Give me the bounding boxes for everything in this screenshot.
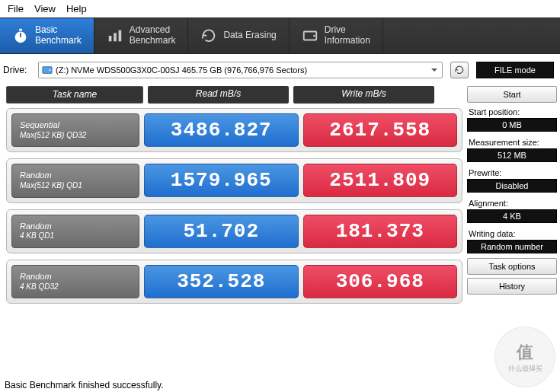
task-title: Random bbox=[20, 171, 131, 181]
watermark-big: 值 bbox=[517, 341, 533, 364]
writing-data-label: Writing data: bbox=[467, 228, 557, 240]
read-value: 1579.965 bbox=[144, 164, 299, 197]
tab-data-erasing[interactable]: Data Erasing bbox=[188, 18, 289, 53]
svg-point-8 bbox=[49, 69, 50, 71]
task-cell[interactable]: Random4 KB QD32 bbox=[11, 265, 139, 298]
tab-advanced-benchmark-label: AdvancedBenchmark bbox=[130, 25, 176, 46]
erase-icon bbox=[200, 27, 217, 44]
write-value: 2617.558 bbox=[303, 113, 458, 147]
write-value: 2511.809 bbox=[303, 164, 458, 197]
bars-icon bbox=[107, 27, 123, 44]
task-cell[interactable]: RandomMax(512 KB) QD1 bbox=[11, 164, 139, 197]
task-subtitle: 4 KB QD1 bbox=[20, 231, 131, 241]
read-value: 51.702 bbox=[144, 215, 299, 248]
prewrite-value[interactable]: Disabled bbox=[467, 179, 557, 193]
read-value: 352.528 bbox=[144, 265, 299, 298]
task-title: Random bbox=[20, 221, 131, 232]
menu-help[interactable]: Help bbox=[66, 3, 87, 14]
menu-view[interactable]: View bbox=[34, 3, 56, 14]
stopwatch-icon bbox=[12, 27, 29, 44]
svg-rect-3 bbox=[114, 33, 117, 41]
tab-basic-benchmark[interactable]: BasicBenchmark bbox=[0, 18, 94, 53]
drive-selected-text: (Z:) NVMe WDS500G3X0C-00SJ 465.75 GB (97… bbox=[56, 65, 307, 75]
alignment-label: Alignment: bbox=[467, 197, 557, 209]
measurement-size-label: Measurement size: bbox=[467, 136, 557, 148]
task-options-button[interactable]: Task options bbox=[467, 258, 557, 275]
benchmark-row: Random4 KB QD32352.528306.968 bbox=[6, 260, 462, 304]
header-read: Read mB/s bbox=[148, 86, 289, 104]
task-title: Sequential bbox=[20, 120, 131, 131]
task-cell[interactable]: SequentialMax(512 KB) QD32 bbox=[11, 113, 139, 147]
start-position-label: Start position: bbox=[467, 106, 557, 118]
drive-label: Drive: bbox=[3, 65, 30, 75]
history-button[interactable]: History bbox=[467, 278, 557, 295]
svg-rect-2 bbox=[108, 36, 111, 41]
drive-select[interactable]: (Z:) NVMe WDS500G3X0C-00SJ 465.75 GB (97… bbox=[38, 62, 443, 78]
watermark-small: 什么值得买 bbox=[508, 364, 542, 374]
tab-basic-benchmark-label: BasicBenchmark bbox=[35, 25, 82, 46]
watermark: 值 什么值得买 bbox=[494, 327, 555, 387]
header-task-name: Task name bbox=[6, 86, 143, 104]
disk-icon bbox=[42, 65, 53, 75]
tab-drive-information-label: DriveInformation bbox=[325, 25, 370, 46]
tab-drive-information[interactable]: DriveInformation bbox=[290, 18, 383, 53]
benchmark-row: SequentialMax(512 KB) QD323486.8272617.5… bbox=[6, 108, 462, 152]
task-subtitle: 4 KB QD32 bbox=[20, 282, 131, 292]
start-button[interactable]: Start bbox=[467, 86, 557, 103]
status-text: Basic Benchmark finished successfully. bbox=[5, 380, 164, 390]
tab-advanced-benchmark[interactable]: AdvancedBenchmark bbox=[94, 18, 189, 53]
task-title: Random bbox=[20, 272, 131, 282]
task-subtitle: Max(512 KB) QD1 bbox=[20, 181, 131, 191]
measurement-size-value[interactable]: 512 MB bbox=[467, 148, 557, 162]
svg-rect-1 bbox=[19, 29, 22, 31]
menu-file[interactable]: File bbox=[8, 3, 24, 14]
benchmark-row: RandomMax(512 KB) QD11579.9652511.809 bbox=[6, 158, 462, 202]
tab-data-erasing-label: Data Erasing bbox=[223, 30, 276, 41]
write-value: 181.373 bbox=[303, 215, 458, 248]
drive-icon bbox=[302, 27, 318, 44]
svg-rect-4 bbox=[118, 30, 121, 42]
header-write: Write mB/s bbox=[293, 86, 434, 104]
task-cell[interactable]: Random4 KB QD1 bbox=[11, 215, 139, 248]
prewrite-label: Prewrite: bbox=[467, 167, 557, 179]
svg-point-6 bbox=[313, 35, 315, 37]
alignment-value[interactable]: 4 KB bbox=[467, 209, 557, 223]
start-position-value[interactable]: 0 MB bbox=[467, 118, 557, 132]
task-subtitle: Max(512 KB) QD32 bbox=[20, 131, 131, 141]
writing-data-value[interactable]: Random number bbox=[467, 240, 557, 253]
file-mode-button[interactable]: FILE mode bbox=[476, 62, 554, 78]
refresh-button[interactable] bbox=[450, 62, 469, 78]
refresh-icon bbox=[454, 65, 465, 75]
read-value: 3486.827 bbox=[144, 113, 299, 147]
write-value: 306.968 bbox=[303, 265, 458, 298]
benchmark-row: Random4 KB QD151.702181.373 bbox=[6, 209, 462, 253]
